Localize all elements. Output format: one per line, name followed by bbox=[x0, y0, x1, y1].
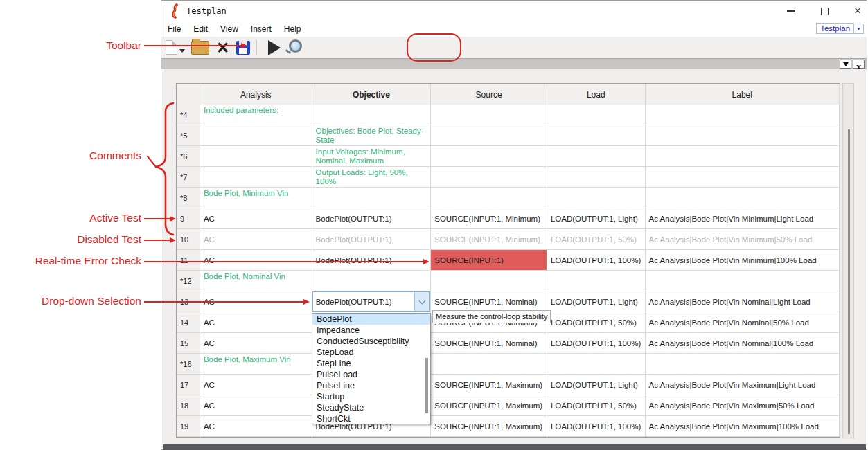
cell-load[interactable]: LOAD(OUTPUT:1, 100%) bbox=[547, 333, 646, 354]
cell-objective[interactable]: BodePlot(OUTPUT:1) bbox=[312, 229, 432, 250]
minimize-button[interactable] bbox=[787, 10, 795, 12]
dropdown-item-ConductedSusceptibility[interactable]: ConductedSusceptibility bbox=[312, 336, 430, 347]
cell-objective[interactable]: BodePlot(OUTPUT:1) bbox=[312, 250, 432, 271]
cell-load[interactable]: LOAD(OUTPUT:1, 50%) bbox=[547, 229, 646, 250]
cell-load[interactable] bbox=[547, 167, 646, 188]
open-folder-icon[interactable] bbox=[191, 41, 209, 55]
cell-load[interactable]: LOAD(OUTPUT:1, Light) bbox=[547, 375, 646, 395]
cell-load[interactable] bbox=[547, 105, 646, 125]
new-file-caret-icon[interactable] bbox=[179, 49, 185, 53]
menu-edit[interactable]: Edit bbox=[187, 23, 214, 35]
cell-analysis[interactable]: AC bbox=[200, 229, 312, 250]
menu-view[interactable]: View bbox=[214, 23, 245, 35]
cell-load[interactable] bbox=[547, 354, 646, 375]
collapse-pane-button[interactable] bbox=[840, 60, 851, 69]
cell-analysis[interactable] bbox=[200, 167, 312, 188]
cell-label[interactable] bbox=[646, 354, 840, 375]
dropdown-item-SteadyState[interactable]: SteadyState bbox=[312, 402, 430, 413]
scrollbar-thumb[interactable] bbox=[848, 129, 850, 434]
cell-objective[interactable] bbox=[312, 188, 432, 208]
dropdown-item-BodePlot[interactable]: BodePlot bbox=[312, 314, 430, 325]
dropdown-item-PulseLoad[interactable]: PulseLoad bbox=[312, 369, 430, 380]
testplan-selector-label[interactable]: Testplan bbox=[816, 23, 854, 34]
cell-source[interactable] bbox=[431, 188, 547, 208]
zoom-icon[interactable] bbox=[289, 39, 302, 53]
menu-insert[interactable]: Insert bbox=[245, 23, 278, 35]
cell-source[interactable]: SOURCE(INPUT:1, Nominal) bbox=[431, 333, 547, 354]
cell-analysis[interactable]: AC bbox=[200, 333, 312, 354]
cell-label[interactable]: Ac Analysis|Bode Plot|Vin Nominal|50% Lo… bbox=[646, 312, 840, 333]
cell-source[interactable]: SOURCE(INPUT:1, Minimum) bbox=[431, 229, 547, 250]
cell-source[interactable]: SOURCE(INPUT:1, Maximum) bbox=[431, 375, 547, 395]
testplan-selector[interactable]: Testplan ▼ bbox=[816, 23, 864, 34]
cell-label[interactable] bbox=[646, 105, 840, 125]
cell-label[interactable]: Ac Analysis|Bode Plot|Vin Maximum|50% Lo… bbox=[646, 395, 840, 416]
column-header-rownum[interactable] bbox=[177, 84, 200, 106]
cell-analysis[interactable] bbox=[200, 146, 312, 167]
cell-analysis[interactable]: Bode Plot, Nominal Vin bbox=[200, 271, 312, 291]
dropdown-scrollbar-thumb[interactable] bbox=[425, 358, 428, 413]
cell-source[interactable] bbox=[431, 271, 547, 291]
combobox-dropdown-button[interactable] bbox=[414, 292, 429, 311]
cell-source[interactable] bbox=[431, 146, 547, 167]
cell-load[interactable] bbox=[547, 146, 646, 167]
cell-label[interactable]: Ac Analysis|Bode Plot|Vin Nominal|Light … bbox=[646, 291, 840, 312]
dropdown-item-Impedance[interactable]: Impedance bbox=[312, 325, 430, 336]
cell-label[interactable] bbox=[646, 125, 840, 146]
cell-load[interactable] bbox=[547, 271, 646, 291]
cell-analysis[interactable]: AC bbox=[200, 208, 312, 229]
cell-source[interactable]: SOURCE(INPUT:1, Minimum) bbox=[431, 208, 547, 229]
cell-objective[interactable]: BodePlot(OUTPUT:1) bbox=[312, 291, 432, 312]
dropdown-item-StepLoad[interactable]: StepLoad bbox=[312, 347, 430, 358]
cell-label[interactable] bbox=[646, 146, 840, 167]
cell-objective[interactable] bbox=[312, 105, 432, 125]
cell-source[interactable] bbox=[431, 167, 547, 188]
cell-source[interactable]: SOURCE(INPUT:1) bbox=[431, 250, 547, 271]
cell-load[interactable]: LOAD(OUTPUT:1, 100%) bbox=[547, 416, 646, 437]
column-header-Objective[interactable]: Objective bbox=[312, 84, 432, 106]
cell-label[interactable]: Ac Analysis|Bode Plot|Vin Maximum|Light … bbox=[646, 375, 840, 395]
cell-load[interactable]: LOAD(OUTPUT:1, 50%) bbox=[547, 312, 646, 333]
cell-label[interactable]: Ac Analysis|Bode Plot|Vin Minimum|Light … bbox=[646, 208, 840, 229]
cell-load[interactable]: LOAD(OUTPUT:1, 100%) bbox=[547, 250, 646, 271]
cell-objective[interactable]: Input Voltages: Minimum, Nominal, Maximu… bbox=[312, 146, 432, 167]
cell-objective[interactable]: Objectives: Bode Plot, Steady-State bbox=[312, 125, 432, 146]
cell-analysis[interactable]: Bode Plot, Maximum Vin bbox=[200, 354, 312, 375]
cell-analysis[interactable]: Bode Plot, Minimum Vin bbox=[200, 188, 312, 208]
cell-analysis[interactable]: Included parameters: bbox=[200, 105, 312, 125]
cell-source[interactable]: SOURCE(INPUT:1, Maximum) bbox=[431, 416, 547, 437]
combobox-value[interactable]: BodePlot(OUTPUT:1) bbox=[313, 298, 415, 306]
cell-source[interactable] bbox=[431, 354, 547, 375]
cell-label[interactable] bbox=[646, 167, 840, 188]
close-pane-button[interactable]: X bbox=[853, 60, 865, 69]
cell-source[interactable]: SOURCE(INPUT:1, Nominal) bbox=[431, 291, 547, 312]
column-header-Label[interactable]: Label bbox=[646, 84, 840, 106]
cell-label[interactable]: Ac Analysis|Bode Plot|Vin Minimum|100% L… bbox=[646, 250, 840, 271]
cell-analysis[interactable]: AC bbox=[200, 395, 312, 416]
cell-load[interactable]: LOAD(OUTPUT:1, Light) bbox=[547, 291, 646, 312]
cell-analysis[interactable]: AC bbox=[200, 375, 312, 395]
dropdown-item-Startup[interactable]: Startup bbox=[312, 391, 430, 402]
menu-file[interactable]: File bbox=[161, 23, 187, 35]
cell-load[interactable]: LOAD(OUTPUT:1, Light) bbox=[547, 208, 646, 229]
cell-label[interactable]: Ac Analysis|Bode Plot|Vin Minimum|50% Lo… bbox=[646, 229, 840, 250]
cell-source[interactable] bbox=[431, 105, 547, 125]
delete-icon[interactable]: ✕ bbox=[216, 39, 229, 56]
dropdown-item-StepLine[interactable]: StepLine bbox=[312, 358, 430, 369]
dropdown-item-ShortCkt[interactable]: ShortCkt bbox=[312, 413, 430, 424]
cell-label[interactable]: Ac Analysis|Bode Plot|Vin Maximum|100% L… bbox=[646, 416, 840, 437]
cell-label[interactable] bbox=[646, 271, 840, 291]
cell-objective[interactable]: Output Loads: Light, 50%, 100% bbox=[312, 167, 432, 188]
column-header-Analysis[interactable]: Analysis bbox=[200, 84, 312, 106]
close-button[interactable]: × bbox=[854, 5, 861, 17]
dropdown-item-PulseLine[interactable]: PulseLine bbox=[312, 380, 430, 391]
menu-help[interactable]: Help bbox=[278, 23, 308, 35]
cell-analysis[interactable] bbox=[200, 125, 312, 146]
cell-source[interactable] bbox=[431, 125, 547, 146]
cell-objective[interactable]: BodePlot(OUTPUT:1) bbox=[312, 208, 432, 229]
cell-label[interactable] bbox=[646, 188, 840, 208]
new-file-icon[interactable] bbox=[166, 40, 177, 55]
cell-source[interactable]: SOURCE(INPUT:1, Maximum) bbox=[431, 395, 547, 416]
cell-load[interactable] bbox=[547, 125, 646, 146]
cell-objective[interactable] bbox=[312, 271, 432, 291]
